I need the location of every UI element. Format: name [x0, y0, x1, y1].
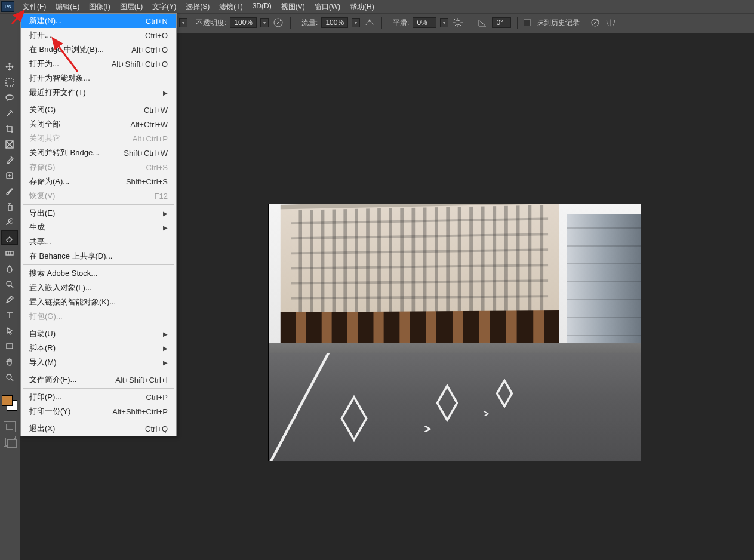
- menu-item-1[interactable]: 编辑(E): [51, 0, 84, 14]
- menu-row-shortcut: Ctrl+Q: [145, 424, 168, 433]
- menu-row-4-0[interactable]: 自动(U)▶: [21, 327, 176, 341]
- document-canvas[interactable]: › ›: [268, 204, 641, 461]
- tool-type[interactable]: [1, 308, 18, 322]
- tool-healing[interactable]: [1, 168, 18, 183]
- submenu-arrow-icon: ▶: [163, 224, 168, 231]
- smoothing-gear-icon[interactable]: [452, 17, 464, 29]
- menu-row-shortcut: Alt+Ctrl+P: [133, 134, 168, 143]
- opacity-value[interactable]: 100%: [230, 17, 257, 28]
- menu-row-3-0[interactable]: 搜索 Adobe Stock...: [21, 266, 176, 281]
- preset-dropdown[interactable]: ▾: [179, 18, 187, 27]
- tool-path-select[interactable]: [1, 324, 18, 338]
- menu-item-0[interactable]: 文件(F): [18, 0, 51, 14]
- svg-point-12: [597, 20, 599, 21]
- tool-gradient[interactable]: [1, 246, 18, 260]
- tool-pen[interactable]: [1, 293, 18, 307]
- smoothing-dropdown[interactable]: ▾: [440, 18, 448, 27]
- screenmode-icon[interactable]: [4, 436, 16, 447]
- menu-row-2-3[interactable]: 在 Behance 上共享(D)...: [21, 249, 176, 263]
- menu-separator: [23, 204, 174, 205]
- menu-row-2-0[interactable]: 导出(E)▶: [21, 206, 176, 220]
- menu-item-10[interactable]: 帮助(H): [345, 0, 379, 14]
- submenu-arrow-icon: ▶: [163, 90, 168, 96]
- menu-row-4-1[interactable]: 脚本(R)▶: [21, 341, 176, 355]
- menu-row-5-0[interactable]: 文件简介(F)...Alt+Shift+Ctrl+I: [21, 373, 176, 387]
- foreground-color-swatch[interactable]: [2, 395, 13, 406]
- menu-item-2[interactable]: 图像(I): [84, 0, 115, 14]
- menu-row-1-0[interactable]: 关闭(C)Ctrl+W: [21, 103, 176, 117]
- smoothing-value[interactable]: 0%: [413, 17, 436, 28]
- menu-row-label: 打印一份(Y): [29, 406, 70, 417]
- opacity-dropdown[interactable]: ▾: [260, 18, 269, 27]
- menu-item-9[interactable]: 窗口(W): [310, 0, 345, 14]
- flow-dropdown[interactable]: ▾: [352, 18, 360, 27]
- menu-row-label: 置入链接的智能对象(K)...: [29, 297, 116, 307]
- menu-row-6-1[interactable]: 打印一份(Y)Alt+Shift+Ctrl+P: [21, 404, 176, 419]
- menu-row-label: 自动(U): [29, 328, 56, 339]
- menu-item-3[interactable]: 图层(L): [115, 0, 148, 14]
- tool-rectangle[interactable]: [1, 339, 18, 353]
- history-checkbox[interactable]: [524, 19, 531, 26]
- menu-item-4[interactable]: 文字(Y): [147, 0, 181, 14]
- menu-row-1-3[interactable]: 关闭并转到 Bridge...Shift+Ctrl+W: [21, 146, 176, 160]
- quickmask-icon[interactable]: [4, 421, 16, 432]
- svg-line-27: [11, 379, 13, 381]
- menu-row-7-0[interactable]: 退出(X)Ctrl+Q: [21, 421, 176, 436]
- tool-marquee[interactable]: [1, 75, 18, 90]
- menu-row-0-2[interactable]: 在 Bridge 中浏览(B)...Alt+Ctrl+O: [21, 42, 176, 57]
- menu-row-0-5[interactable]: 最近打开文件(T)▶: [21, 85, 176, 100]
- tool-eraser[interactable]: [1, 230, 18, 245]
- menu-row-0-3[interactable]: 打开为...Alt+Shift+Ctrl+O: [21, 57, 176, 71]
- tool-eyedropper[interactable]: [1, 153, 18, 167]
- menu-row-6-0[interactable]: 打印(P)...Ctrl+P: [21, 390, 176, 404]
- color-swatches[interactable]: [2, 395, 17, 411]
- menu-item-5[interactable]: 选择(S): [181, 0, 214, 14]
- tool-hand[interactable]: [1, 355, 18, 369]
- menu-row-0-0[interactable]: 新建(N)...Ctrl+N: [21, 14, 176, 28]
- tool-crop[interactable]: [1, 122, 18, 136]
- tool-move[interactable]: [1, 60, 18, 74]
- smoothing-label: 平滑:: [393, 18, 409, 28]
- menu-row-2-1[interactable]: 生成▶: [21, 220, 176, 235]
- flow-value[interactable]: 100%: [321, 17, 348, 28]
- menu-row-3-2[interactable]: 置入链接的智能对象(K)...: [21, 295, 176, 309]
- menu-row-1-2: 关闭其它Alt+Ctrl+P: [21, 131, 176, 146]
- menu-row-label: 打包(G)...: [29, 311, 63, 322]
- menu-item-6[interactable]: 滤镜(T): [214, 0, 247, 14]
- tool-clone[interactable]: [1, 199, 18, 214]
- tool-blur[interactable]: [1, 261, 18, 276]
- angle-value[interactable]: 0°: [492, 17, 511, 28]
- menu-row-label: 关闭其它: [29, 133, 60, 144]
- submenu-arrow-icon: ▶: [163, 359, 168, 366]
- tool-zoom[interactable]: [1, 370, 18, 384]
- menu-item-7[interactable]: 3D(D): [248, 0, 276, 14]
- tool-magic-wand[interactable]: [1, 106, 18, 121]
- tool-history-brush[interactable]: [1, 215, 18, 229]
- menu-row-1-1[interactable]: 关闭全部Alt+Ctrl+W: [21, 117, 176, 131]
- menu-row-4-2[interactable]: 导入(M)▶: [21, 355, 176, 370]
- menu-item-8[interactable]: 视图(V): [276, 0, 310, 14]
- svg-rect-20: [6, 251, 13, 255]
- menu-row-shortcut: Alt+Shift+Ctrl+I: [115, 376, 168, 384]
- menu-row-shortcut: Alt+Shift+Ctrl+O: [112, 60, 168, 69]
- tool-lasso[interactable]: [1, 91, 18, 105]
- symmetry-icon[interactable]: [605, 17, 617, 29]
- menu-row-1-5[interactable]: 存储为(A)...Shift+Ctrl+S: [21, 174, 176, 189]
- menu-row-shortcut: Alt+Ctrl+W: [130, 120, 168, 129]
- menu-row-shortcut: Alt+Shift+Ctrl+P: [112, 407, 168, 416]
- menu-row-3-1[interactable]: 置入嵌入对象(L)...: [21, 281, 176, 295]
- menu-row-2-2[interactable]: 共享...: [21, 235, 176, 249]
- menu-separator: [23, 420, 174, 420]
- menu-separator: [23, 371, 174, 371]
- tool-dodge[interactable]: [1, 277, 18, 291]
- tool-brush[interactable]: [1, 184, 18, 198]
- menu-row-label: 在 Behance 上共享(D)...: [29, 251, 112, 261]
- pressure-opacity-icon[interactable]: [272, 17, 284, 29]
- airbrush-icon[interactable]: [364, 17, 376, 29]
- svg-line-7: [454, 19, 456, 20]
- menu-row-0-1[interactable]: 打开...Ctrl+O: [21, 28, 176, 42]
- pressure-size-icon[interactable]: [589, 17, 601, 29]
- tool-frame[interactable]: [1, 137, 18, 152]
- menu-row-label: 生成: [29, 222, 45, 233]
- menu-row-0-4[interactable]: 打开为智能对象...: [21, 71, 176, 85]
